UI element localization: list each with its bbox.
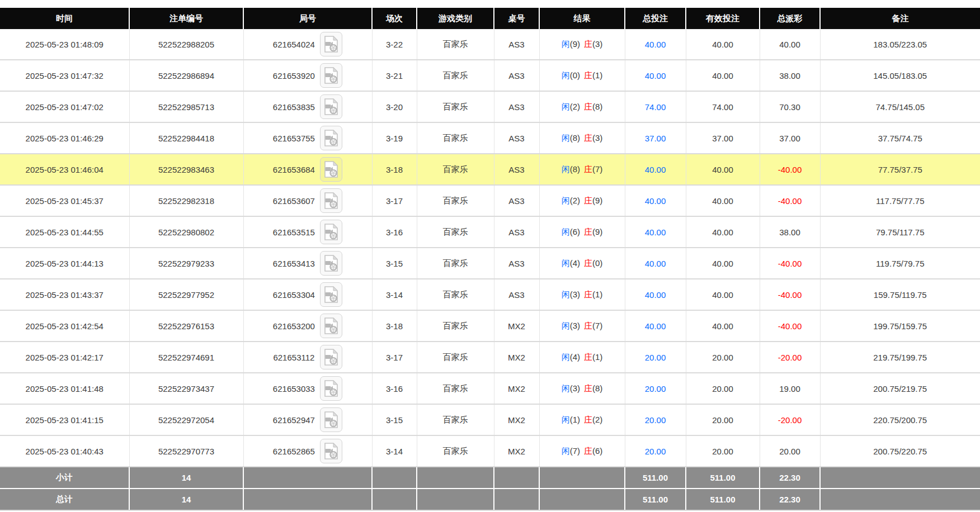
cell-time: 2025-05-23 01:41:15: [0, 404, 129, 435]
cell-round: 621653112: [243, 342, 372, 373]
cell-time: 2025-05-23 01:43:37: [0, 279, 129, 310]
round-number: 621652947: [273, 415, 315, 425]
video-replay-button[interactable]: [320, 376, 342, 401]
empty-cell: [372, 467, 417, 489]
total-label: 总计: [0, 489, 129, 510]
cell-time: 2025-05-23 01:44:13: [0, 248, 129, 279]
cell-table-no: AS3: [494, 216, 539, 248]
cell-result: 闲(4)庄(0): [539, 248, 625, 279]
cell-total-bet[interactable]: 40.00: [625, 29, 686, 60]
video-replay-button[interactable]: [320, 345, 342, 369]
empty-cell: [372, 489, 417, 510]
cell-valid-bet: 20.00: [686, 404, 760, 435]
banker-result-label: 庄: [584, 70, 592, 80]
banker-result-label: 庄: [584, 352, 592, 362]
video-replay-button[interactable]: [320, 220, 342, 244]
player-result-label: 闲: [562, 133, 570, 143]
player-result-label: 闲: [562, 415, 570, 424]
cell-bet-id: 522522974691: [129, 342, 243, 373]
video-replay-button[interactable]: [320, 63, 342, 88]
banker-result-label: 庄: [584, 227, 592, 236]
banker-result-value: (1): [592, 352, 602, 362]
banker-result-label: 庄: [584, 258, 592, 268]
cell-total-bet[interactable]: 20.00: [625, 342, 686, 373]
cell-total-bet[interactable]: 40.00: [625, 248, 686, 279]
cell-payout: 38.00: [760, 60, 820, 91]
cell-session: 3-18: [372, 154, 417, 185]
video-replay-button[interactable]: [320, 282, 342, 307]
cell-bet-id: 522522970773: [129, 435, 243, 467]
cell-session: 3-15: [372, 248, 417, 279]
table-row: 2025-05-23 01:48:09 522522988205 6216540…: [0, 29, 980, 60]
cell-time: 2025-05-23 01:46:29: [0, 122, 129, 154]
cell-bet-id: 522522984418: [129, 122, 243, 154]
empty-cell: [417, 489, 494, 510]
banker-result-value: (0): [592, 258, 602, 268]
cell-total-bet[interactable]: 40.00: [625, 60, 686, 91]
banker-result-value: (2): [592, 415, 602, 424]
player-result-label: 闲: [562, 102, 570, 111]
cell-bet-id: 522522977952: [129, 279, 243, 310]
cell-total-bet[interactable]: 40.00: [625, 310, 686, 342]
cell-total-bet[interactable]: 74.00: [625, 91, 686, 122]
video-replay-button[interactable]: [320, 126, 342, 150]
cell-payout: 19.00: [760, 373, 820, 404]
banker-result-value: (7): [592, 164, 602, 174]
cell-total-bet[interactable]: 20.00: [625, 435, 686, 467]
cell-round: 621653835: [243, 91, 372, 122]
cell-round: 621653304: [243, 279, 372, 310]
round-number: 621653304: [273, 290, 315, 300]
banker-result-label: 庄: [584, 164, 592, 174]
player-result-value: (1): [570, 415, 580, 424]
cell-valid-bet: 40.00: [686, 216, 760, 248]
cell-total-bet[interactable]: 40.00: [625, 154, 686, 185]
cell-total-bet[interactable]: 20.00: [625, 373, 686, 404]
cell-valid-bet: 40.00: [686, 310, 760, 342]
banker-result-value: (6): [592, 446, 602, 456]
cell-total-bet[interactable]: 40.00: [625, 185, 686, 216]
cell-remark: 200.75/219.75: [820, 373, 980, 404]
table-row: 2025-05-23 01:42:17 522522974691 6216531…: [0, 342, 980, 373]
player-result-value: (6): [570, 227, 580, 236]
video-replay-button[interactable]: [320, 314, 342, 338]
video-replay-button[interactable]: [320, 157, 342, 182]
cell-total-bet[interactable]: 37.00: [625, 122, 686, 154]
video-replay-button[interactable]: [320, 407, 342, 432]
cell-game-type: 百家乐: [417, 248, 494, 279]
cell-remark: 200.75/220.75: [820, 435, 980, 467]
video-replay-button[interactable]: [320, 32, 342, 56]
cell-session: 3-14: [372, 279, 417, 310]
cell-round: 621652947: [243, 404, 372, 435]
video-replay-button[interactable]: [320, 439, 342, 463]
player-result-value: (7): [570, 446, 580, 456]
cell-bet-id: 522522982318: [129, 185, 243, 216]
video-replay-button[interactable]: [320, 251, 342, 276]
cell-valid-bet: 40.00: [686, 279, 760, 310]
cell-time: 2025-05-23 01:46:04: [0, 154, 129, 185]
cell-round: 621653515: [243, 216, 372, 248]
cell-game-type: 百家乐: [417, 310, 494, 342]
video-replay-button[interactable]: [320, 188, 342, 213]
video-replay-icon: [324, 349, 338, 366]
empty-cell: [820, 489, 980, 510]
cell-payout: -40.00: [760, 279, 820, 310]
banker-result-value: (8): [592, 383, 602, 393]
banker-result-value: (8): [592, 102, 602, 111]
cell-remark: 199.75/159.75: [820, 310, 980, 342]
cell-bet-id: 522522973437: [129, 373, 243, 404]
player-result-value: (2): [570, 196, 580, 205]
video-replay-icon: [324, 286, 338, 303]
col-header-result: 结果: [539, 8, 625, 29]
cell-game-type: 百家乐: [417, 373, 494, 404]
cell-round: 621653920: [243, 60, 372, 91]
empty-cell: [417, 467, 494, 489]
cell-total-bet[interactable]: 40.00: [625, 279, 686, 310]
cell-table-no: AS3: [494, 29, 539, 60]
video-replay-button[interactable]: [320, 94, 342, 119]
bet-history-page: 时间 注单编号 局号 场次 游戏类别 桌号 结果 总投注 有效投注 总派彩 备注…: [0, 0, 980, 512]
cell-total-bet[interactable]: 40.00: [625, 216, 686, 248]
cell-round: 621652865: [243, 435, 372, 467]
cell-total-bet[interactable]: 20.00: [625, 404, 686, 435]
cell-valid-bet: 37.00: [686, 122, 760, 154]
subtotal-payout: 22.30: [760, 467, 820, 489]
